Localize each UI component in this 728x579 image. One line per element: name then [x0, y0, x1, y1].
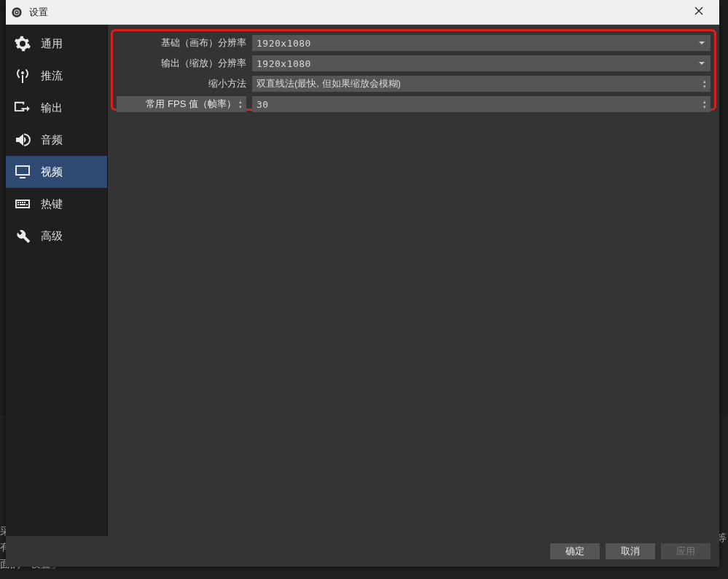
app-icon — [10, 6, 23, 19]
sidebar-item-output[interactable]: 输出 — [6, 92, 107, 124]
sidebar-item-label: 推流 — [41, 69, 63, 83]
tools-icon — [12, 227, 34, 245]
sidebar-item-label: 高级 — [41, 229, 63, 243]
settings-window: 设置 通用 推流 — [6, 0, 719, 567]
main-panel: 基础（画布）分辨率 1920x1080 输出（缩放）分辨率 1920x1080 — [108, 25, 719, 536]
sidebar-item-hotkeys[interactable]: 热键 — [6, 188, 107, 220]
sidebar-item-video[interactable]: 视频 — [6, 156, 107, 188]
output-icon — [12, 99, 34, 117]
base-resolution-label: 基础（画布）分辨率 — [117, 36, 246, 50]
fps-value-select[interactable]: 30 ▴▾ — [252, 96, 711, 112]
ok-button[interactable]: 确定 — [550, 543, 600, 559]
spinner-icon: ▴▾ — [237, 96, 244, 112]
output-resolution-select[interactable]: 1920x1080 — [252, 55, 711, 71]
titlebar: 设置 — [6, 0, 719, 25]
apply-button[interactable]: 应用 — [661, 543, 711, 559]
sidebar: 通用 推流 输出 音频 — [6, 25, 108, 536]
antenna-icon — [12, 67, 34, 84]
speaker-icon — [12, 131, 34, 149]
monitor-icon — [12, 163, 34, 181]
sidebar-item-label: 视频 — [41, 165, 63, 179]
keyboard-icon — [12, 195, 34, 213]
spinner-icon: ▴▾ — [701, 96, 708, 112]
base-resolution-select[interactable]: 1920x1080 — [252, 35, 711, 51]
dialog-footer: 确定 取消 应用 — [6, 536, 719, 567]
base-resolution-value: 1920x1080 — [257, 38, 311, 49]
svg-point-2 — [16, 11, 18, 13]
downscale-filter-value: 双直线法(最快, 但如果缩放会模糊) — [257, 77, 401, 90]
chevron-down-icon — [697, 55, 706, 71]
sidebar-item-label: 音频 — [41, 133, 63, 147]
output-resolution-label: 输出（缩放）分辨率 — [117, 57, 246, 70]
sidebar-item-label: 热键 — [41, 197, 63, 211]
sidebar-item-label: 输出 — [41, 101, 63, 115]
fps-type-select[interactable]: 常用 FPS 值（帧率） ▴▾ — [117, 96, 246, 112]
downscale-filter-select[interactable]: 双直线法(最快, 但如果缩放会模糊) ▴▾ — [252, 76, 711, 92]
fps-type-label: 常用 FPS 值（帧率） — [146, 98, 236, 111]
output-resolution-value: 1920x1080 — [257, 58, 311, 69]
close-icon — [694, 7, 703, 17]
sidebar-item-general[interactable]: 通用 — [6, 28, 107, 60]
sidebar-item-audio[interactable]: 音频 — [6, 124, 107, 156]
gear-icon — [12, 35, 34, 52]
sidebar-item-advanced[interactable]: 高级 — [6, 220, 107, 252]
sidebar-item-label: 通用 — [41, 37, 63, 51]
chevron-down-icon — [697, 35, 706, 51]
close-button[interactable] — [683, 1, 715, 23]
sidebar-item-stream[interactable]: 推流 — [6, 60, 107, 92]
downscale-filter-label: 缩小方法 — [117, 77, 246, 90]
window-title: 设置 — [29, 6, 48, 19]
fps-value: 30 — [257, 99, 269, 110]
spinner-icon: ▴▾ — [701, 76, 708, 92]
cancel-button[interactable]: 取消 — [606, 543, 655, 559]
